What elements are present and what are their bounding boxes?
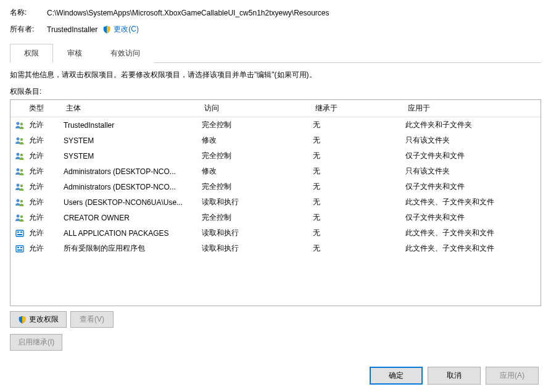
tab-audit[interactable]: 审核 bbox=[53, 44, 96, 63]
package-icon bbox=[10, 244, 27, 254]
cell-applies: 只有该文件夹 bbox=[403, 165, 541, 178]
cell-applies: 仅子文件夹和文件 bbox=[403, 211, 541, 224]
svg-point-10 bbox=[17, 199, 20, 202]
cell-applies: 只有该文件夹 bbox=[403, 134, 541, 147]
dialog-footer: 确定 取消 应用(A) bbox=[370, 367, 539, 385]
cell-access: 完全控制 bbox=[199, 119, 310, 131]
list-label: 权限条目: bbox=[10, 86, 541, 97]
cell-principal: Administrators (DESKTOP-NCO... bbox=[61, 181, 199, 193]
table-row[interactable]: 允许ALL APPLICATION PACKAGES读取和执行无此文件夹、子文件… bbox=[10, 225, 541, 241]
svg-point-13 bbox=[20, 215, 23, 217]
header-type[interactable]: 类型 bbox=[10, 100, 61, 117]
tabs: 权限 审核 有效访问 bbox=[10, 43, 541, 63]
cell-applies: 此文件夹、子文件夹和文件 bbox=[403, 196, 541, 209]
table-row[interactable]: 允许SYSTEM完全控制无仅子文件夹和文件 bbox=[10, 148, 541, 164]
svg-point-7 bbox=[20, 169, 23, 171]
view-button[interactable]: 查看(V) bbox=[70, 311, 114, 328]
cell-principal: ALL APPLICATION PACKAGES bbox=[61, 228, 199, 239]
cell-applies: 仅子文件夹和文件 bbox=[403, 180, 541, 193]
cell-type: 允许 bbox=[27, 134, 61, 147]
tab-permissions[interactable]: 权限 bbox=[10, 44, 53, 63]
table-row[interactable]: 允许SYSTEM修改无只有该文件夹 bbox=[10, 133, 541, 148]
cell-access: 完全控制 bbox=[199, 211, 310, 224]
table-row[interactable]: 允许Administrators (DESKTOP-NCO...完全控制无仅子文… bbox=[10, 179, 541, 194]
cell-inherited: 无 bbox=[310, 180, 403, 193]
svg-rect-14 bbox=[16, 230, 23, 236]
change-permissions-label: 更改权限 bbox=[29, 314, 59, 325]
table-row[interactable]: 允许所有受限制的应用程序包读取和执行无此文件夹、子文件夹和文件 bbox=[10, 241, 541, 256]
svg-rect-20 bbox=[20, 247, 22, 248]
svg-point-11 bbox=[20, 199, 23, 202]
cell-inherited: 无 bbox=[310, 134, 403, 147]
name-label: 名称: bbox=[10, 7, 47, 18]
table-row[interactable]: 允许TrustedInstaller完全控制无此文件夹和子文件夹 bbox=[10, 117, 541, 133]
cell-applies: 此文件夹和子文件夹 bbox=[403, 119, 541, 131]
cell-inherited: 无 bbox=[310, 227, 403, 240]
change-permissions-button[interactable]: 更改权限 bbox=[10, 311, 67, 328]
cell-access: 完全控制 bbox=[199, 180, 310, 193]
cell-access: 完全控制 bbox=[199, 149, 310, 162]
cell-inherited: 无 bbox=[310, 196, 403, 209]
advanced-security-dialog: 名称: C:\Windows\SystemApps\Microsoft.Xbox… bbox=[0, 0, 551, 358]
cell-type: 允许 bbox=[27, 196, 61, 209]
list-buttons-row: 更改权限 查看(V) bbox=[10, 311, 541, 328]
cell-applies: 此文件夹、子文件夹和文件 bbox=[403, 227, 541, 240]
shield-icon bbox=[102, 25, 111, 34]
users-icon bbox=[10, 151, 27, 161]
cell-principal: CREATOR OWNER bbox=[61, 212, 199, 223]
permission-header: 类型 主体 访问 继承于 应用于 bbox=[10, 100, 541, 117]
cell-applies: 此文件夹、子文件夹和文件 bbox=[403, 242, 541, 255]
svg-rect-18 bbox=[16, 246, 23, 252]
permission-list: 类型 主体 访问 继承于 应用于 允许TrustedInstaller完全控制无… bbox=[10, 99, 541, 306]
name-value: C:\Windows\SystemApps\Microsoft.XboxGame… bbox=[47, 9, 329, 17]
cell-type: 允许 bbox=[27, 242, 61, 255]
cell-access: 读取和执行 bbox=[199, 242, 310, 255]
svg-point-6 bbox=[17, 168, 20, 171]
svg-rect-19 bbox=[17, 247, 19, 248]
svg-point-1 bbox=[20, 122, 23, 125]
svg-point-5 bbox=[20, 153, 23, 156]
cell-access: 修改 bbox=[199, 134, 310, 147]
cell-inherited: 无 bbox=[310, 211, 403, 224]
ok-button[interactable]: 确定 bbox=[370, 367, 423, 385]
change-owner-link[interactable]: 更改(C) bbox=[114, 24, 139, 35]
cancel-button[interactable]: 取消 bbox=[428, 367, 481, 385]
cell-principal: 所有受限制的应用程序包 bbox=[61, 242, 199, 255]
cell-type: 允许 bbox=[27, 211, 61, 224]
name-row: 名称: C:\Windows\SystemApps\Microsoft.Xbox… bbox=[10, 7, 541, 18]
header-inherited[interactable]: 继承于 bbox=[310, 100, 403, 117]
svg-rect-21 bbox=[17, 249, 22, 251]
cell-access: 读取和执行 bbox=[199, 196, 310, 209]
table-row[interactable]: 允许Users (DESKTOP-NCON6UA\Use...读取和执行无此文件… bbox=[10, 194, 541, 210]
svg-rect-16 bbox=[20, 231, 22, 233]
svg-point-9 bbox=[20, 184, 23, 186]
cell-access: 读取和执行 bbox=[199, 227, 310, 240]
cell-inherited: 无 bbox=[310, 242, 403, 255]
header-principal[interactable]: 主体 bbox=[61, 100, 199, 117]
table-row[interactable]: 允许CREATOR OWNER完全控制无仅子文件夹和文件 bbox=[10, 210, 541, 225]
svg-point-12 bbox=[17, 214, 20, 217]
users-icon bbox=[10, 213, 27, 223]
header-applies[interactable]: 应用于 bbox=[403, 100, 541, 117]
cell-applies: 仅子文件夹和文件 bbox=[403, 149, 541, 162]
svg-point-3 bbox=[20, 138, 23, 140]
users-icon bbox=[10, 198, 27, 207]
svg-point-4 bbox=[17, 152, 20, 156]
enable-inheritance-button[interactable]: 启用继承(I) bbox=[10, 334, 62, 351]
cell-type: 允许 bbox=[27, 227, 61, 240]
shield-icon bbox=[18, 315, 27, 324]
owner-label: 所有者: bbox=[10, 24, 47, 35]
users-icon bbox=[10, 182, 27, 192]
owner-row: 所有者: TrustedInstaller 更改(C) bbox=[10, 24, 541, 35]
svg-point-8 bbox=[17, 183, 20, 186]
cell-inherited: 无 bbox=[310, 119, 403, 131]
apply-button[interactable]: 应用(A) bbox=[486, 367, 539, 385]
header-access[interactable]: 访问 bbox=[199, 100, 310, 117]
cell-access: 修改 bbox=[199, 165, 310, 178]
cell-inherited: 无 bbox=[310, 149, 403, 162]
tab-effective-access[interactable]: 有效访问 bbox=[96, 44, 154, 63]
cell-principal: Administrators (DESKTOP-NCO... bbox=[61, 166, 199, 177]
table-row[interactable]: 允许Administrators (DESKTOP-NCO...修改无只有该文件… bbox=[10, 164, 541, 179]
svg-point-0 bbox=[17, 122, 20, 125]
cell-principal: TrustedInstaller bbox=[61, 120, 199, 131]
